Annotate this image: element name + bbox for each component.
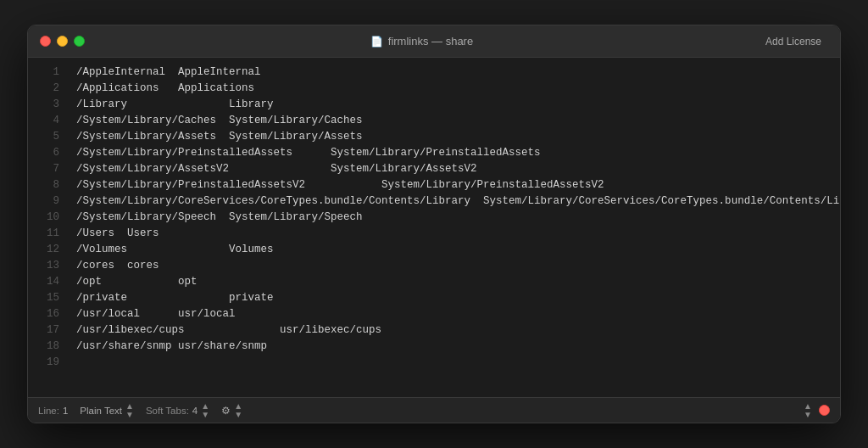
code-container[interactable]: 12345678910111213141516171819 /AppleInte… [28, 58, 840, 397]
tabs-value: 4 [192, 406, 198, 416]
syntax-selector[interactable]: Plain Text ▲ ▼ [80, 402, 134, 419]
line-number-17: 17 [35, 322, 59, 339]
tabs-label: Soft Tabs: [146, 406, 189, 416]
window-title-area: 📄 firmlinks — share [370, 35, 473, 48]
code-line-8: /System/Library/PreinstalledAssetsV2 Sys… [76, 177, 830, 193]
line-number-13: 13 [35, 258, 59, 274]
code-line-10: /System/Library/Speech System/Library/Sp… [76, 210, 830, 226]
line-number-6: 6 [35, 145, 59, 161]
code-line-9: /System/Library/CoreServices/CoreTypes.b… [76, 193, 830, 210]
code-line-2: /Applications Applications [76, 81, 830, 97]
down-arrow2: ▼ [201, 411, 209, 419]
tabs-arrows: ▲ ▼ [201, 402, 209, 419]
code-line-6: /System/Library/PreinstalledAssets Syste… [76, 145, 830, 161]
line-number-5: 5 [35, 129, 59, 145]
line-number-11: 11 [35, 226, 59, 242]
gear-icon: ⚙ [221, 405, 231, 417]
code-line-4: /System/Library/Caches System/Library/Ca… [76, 113, 830, 129]
line-number-2: 2 [35, 81, 59, 97]
tabs-selector[interactable]: Soft Tabs: 4 ▲ ▼ [146, 402, 209, 419]
file-icon: 📄 [370, 36, 383, 48]
line-numbers: 12345678910111213141516171819 [28, 64, 66, 390]
window-title: firmlinks — share [388, 35, 473, 48]
main-window: 📄 firmlinks — share Add License 12345678… [27, 25, 841, 423]
code-line-12: /Volumes Volumes [76, 242, 830, 258]
line-number-8: 8 [35, 177, 59, 193]
line-number: 1 [63, 406, 68, 416]
code-line-3: /Library Library [76, 97, 830, 113]
line-number-3: 3 [35, 97, 59, 113]
code-line-18: /usr/share/snmp usr/share/snmp [76, 339, 830, 355]
up-scroll: ▲ [804, 402, 812, 411]
line-number-12: 12 [35, 242, 59, 258]
up-arrow: ▲ [125, 402, 134, 411]
minimize-button[interactable] [57, 36, 68, 47]
titlebar: 📄 firmlinks — share Add License [28, 25, 840, 58]
syntax-arrows: ▲ ▼ [125, 402, 134, 419]
line-number-18: 18 [35, 339, 59, 355]
code-line-14: /opt opt [76, 274, 830, 290]
code-line-19 [76, 355, 830, 371]
line-number-19: 19 [35, 355, 59, 371]
line-number-10: 10 [35, 210, 59, 226]
code-content[interactable]: /AppleInternal AppleInternal/Application… [66, 64, 840, 390]
code-line-17: /usr/libexec/cups usr/libexec/cups [76, 322, 830, 339]
settings-item[interactable]: ⚙ ▲ ▼ [221, 402, 242, 419]
code-line-13: /cores cores [76, 258, 830, 274]
line-indicator: Line: 1 [38, 406, 68, 416]
maximize-button[interactable] [74, 36, 85, 47]
traffic-lights [40, 36, 85, 47]
syntax-label: Plain Text [80, 406, 122, 416]
code-line-7: /System/Library/AssetsV2 System/Library/… [76, 161, 830, 177]
line-number-9: 9 [35, 193, 59, 210]
code-line-11: /Users Users [76, 226, 830, 242]
line-number-1: 1 [35, 64, 59, 81]
line-number-7: 7 [35, 161, 59, 177]
status-red-dot [819, 405, 830, 416]
down-arrow3: ▼ [234, 411, 242, 419]
code-line-15: /private private [76, 290, 830, 306]
line-label: Line: [38, 406, 59, 416]
line-number-14: 14 [35, 274, 59, 290]
editor-area: 12345678910111213141516171819 /AppleInte… [28, 58, 840, 397]
up-arrow2: ▲ [201, 402, 209, 411]
close-button[interactable] [40, 36, 51, 47]
line-number-4: 4 [35, 113, 59, 129]
code-line-5: /System/Library/Assets System/Library/As… [76, 129, 830, 145]
code-line-1: /AppleInternal AppleInternal [76, 64, 830, 81]
statusbar: Line: 1 Plain Text ▲ ▼ Soft Tabs: 4 ▲ ▼ … [28, 397, 840, 423]
scroll-arrows[interactable]: ▲ ▼ [804, 402, 812, 419]
line-number-15: 15 [35, 290, 59, 306]
settings-arrows: ▲ ▼ [234, 402, 242, 419]
down-scroll: ▼ [804, 411, 812, 419]
add-license-button[interactable]: Add License [759, 33, 828, 50]
line-number-16: 16 [35, 306, 59, 322]
code-line-16: /usr/local usr/local [76, 306, 830, 322]
down-arrow: ▼ [125, 411, 134, 419]
status-right: ▲ ▼ [804, 402, 830, 419]
up-arrow3: ▲ [234, 402, 242, 411]
